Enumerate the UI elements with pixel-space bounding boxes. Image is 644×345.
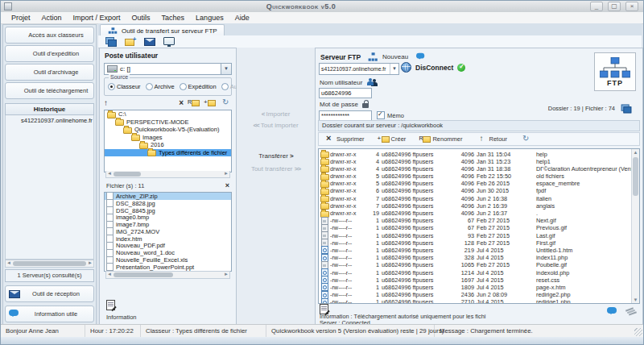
delete-icon[interactable]: × [179,98,184,107]
clear-selection-icon[interactable]: × [225,181,229,189]
listing-row[interactable]: drwxr-xr-x 6 u68624996 ftpusers 4096 Jun… [319,187,632,194]
refresh-icon[interactable] [521,135,532,143]
listing-row[interactable]: -rw----r-- 1 u68624996 ftpusers 67 Feb 2… [319,217,632,224]
tree-item[interactable]: C:\ [105,110,231,118]
scroll-right-icon[interactable]: ► [87,260,93,267]
reception-tool-button[interactable]: Outil de réception [5,285,94,302]
resize-grip[interactable] [634,328,642,336]
scroll-left-icon[interactable]: ◄ [6,260,12,267]
listing-row[interactable]: -rw----r-- 1 u68624996 ftpusers 1697 Jul… [319,276,632,283]
speech-bubble-icon[interactable] [415,52,427,61]
tree-item[interactable]: PERSPECTIVE-MODE [105,118,231,127]
filelist-horizontal-scrollbar[interactable]: ◄ ► [105,271,230,279]
username-field[interactable]: u68624996 [319,88,372,98]
listing-row[interactable]: drwxr-xr-x 7 u68624996 ftpusers 4096 Jun… [319,202,632,209]
listing-row[interactable]: drwxr-xr-x 4 u68624996 ftpusers 4096 Jan… [319,157,632,164]
sidebar-horizontal-scrollbar[interactable]: ◄ ► [5,260,94,268]
disconnect-button[interactable]: DisConnect [415,64,453,72]
scrollbar-thumb[interactable] [114,172,141,177]
server-toolbar-button[interactable]: Créer [378,135,407,143]
useful-info-button[interactable]: Information utile [5,306,94,322]
monitor-toolbar-button[interactable] [162,36,175,47]
listing-row[interactable]: drwxr-xr-x 5 u68624996 ftpusers 4096 Feb… [319,180,632,187]
listing-vertical-scrollbar[interactable]: ▲ ▼ [631,149,639,303]
transfer-all-button[interactable]: Tout transférer >> [237,165,315,172]
sidebar-tool-button[interactable]: Accès aux classeurs [5,27,94,44]
server-toolbar-button[interactable]: Supprimer [324,135,365,143]
close-button[interactable]: × [625,2,638,11]
history-item[interactable]: s412210937.onlinehome.fr [6,115,93,126]
scroll-left-icon[interactable]: ◄ [106,272,113,278]
listing-row[interactable]: -rw----r-- 1 u68624996 ftpusers 328 Jul … [319,254,632,261]
create-folder-icon[interactable] [204,98,216,107]
menu-item[interactable]: Projet [6,14,36,22]
menu-item[interactable]: Taches [156,14,191,22]
import-all-button[interactable]: << Tout importer [237,122,315,129]
source-radio-option[interactable]: Classeur [108,83,141,90]
folders-toolbar-button[interactable] [104,36,118,47]
server-selector[interactable]: s412210937.onlinehome.fr ▼ [319,63,399,75]
chevron-down-icon[interactable]: ▼ [221,64,231,74]
listing-row[interactable]: drwxr-xr-x 4 u68624996 ftpusers 4096 Jan… [319,164,632,172]
source-radio-option[interactable]: Expédition [180,83,217,90]
scroll-left-icon[interactable]: ◄ [106,171,113,177]
up-level-icon[interactable]: ↑ [104,98,108,107]
source-radio-option[interactable]: Archive [146,83,175,90]
file-item[interactable]: Archive_ZIP.zip [105,193,231,200]
file-item[interactable]: Présentation_PowerPoint.ppt [105,264,231,271]
file-item[interactable]: image0.bmp [105,214,231,221]
new-server-button[interactable]: Nouveau [367,52,408,62]
listing-row[interactable]: -rw----r-- 1 u68624996 ftpusers 2436 Jun… [319,291,632,298]
minimize-button[interactable]: _ [590,2,603,11]
listing-row[interactable]: -rw----r-- 1 u68624996 ftpusers 1809 Jul… [319,283,632,290]
listing-row[interactable]: drwxr-xr-x 4 u68624996 ftpusers 4096 Jan… [319,150,632,157]
server-toolbar-button[interactable]: Retour [476,135,507,143]
listing-row[interactable]: -rw----r-- 1 u68624996 ftpusers 2710 Jul… [319,298,632,304]
tree-item[interactable]: Types différents de fichier [105,149,231,157]
menu-item[interactable]: Action [36,14,68,22]
import-button[interactable]: < Importer [237,110,315,118]
sidebar-tool-button[interactable]: Outil d'archivage [5,64,94,81]
listing-row[interactable]: -rw----r-- 1 u68624996 ftpusers 1065 Feb… [319,261,632,268]
rename-folder-icon[interactable] [188,98,200,107]
tree-item[interactable]: 2016 [105,141,231,149]
listing-row[interactable]: -rw----r-- 1 u68624996 ftpusers 219 Jul … [319,246,632,253]
scroll-up-icon[interactable]: ▲ [632,149,639,156]
scroll-right-icon[interactable]: ► [223,171,229,177]
drive-selector[interactable]: c: [] ▼ [104,63,232,75]
refresh-icon[interactable] [221,98,232,107]
file-item[interactable]: Nouveau_PDF.pdf [105,243,231,250]
file-item[interactable]: IMG_2724.MOV [105,228,231,235]
folder-add-toolbar-button[interactable] [123,36,137,47]
listing-row[interactable]: -rw----r-- 1 u68624996 ftpusers 67 Feb 2… [319,224,632,231]
scrollbar-thumb[interactable] [633,157,638,196]
file-item[interactable]: image7.bmp [105,221,231,228]
menu-item[interactable]: Langues [190,14,229,22]
transfer-button[interactable]: Transférer > [237,152,315,160]
scroll-right-icon[interactable]: ► [223,272,229,278]
file-item[interactable]: Nouveau_word_1.doc [105,249,231,256]
speech-bubble-icon[interactable] [606,306,619,317]
listing-row[interactable]: -rw----r-- 1 u68624996 ftpusers 93 Feb 2… [319,231,632,239]
listing-row[interactable]: drwxr-xr-x 5 u68624996 ftpusers 4096 Feb… [319,172,632,180]
scrollbar-thumb[interactable] [13,261,86,266]
file-item[interactable]: Nouvelle_Feuille_Excel.xls [105,256,231,264]
file-item[interactable]: index.htm [105,235,231,243]
listing-row[interactable]: -rw----r-- 1 u68624996 ftpusers 128 Feb … [319,239,632,246]
sidebar-tool-button[interactable]: Outil d'expédition [5,45,94,62]
maximize-button[interactable]: ▢ [608,2,621,11]
tree-horizontal-scrollbar[interactable]: ◄ ► [105,171,230,178]
menu-item[interactable]: Import / Export [68,14,126,22]
scroll-down-icon[interactable]: ▼ [632,297,639,303]
listing-row[interactable]: drwxr-xr-x 19 u68624996 ftpusers 4096 Ju… [319,210,632,217]
menu-item[interactable]: Outils [126,14,156,22]
tree-item[interactable]: Images [105,134,231,142]
scrollbar-thumb[interactable] [114,272,173,277]
file-item[interactable]: DSC_8845.jpg [105,207,231,214]
listing-row[interactable]: -rw----r-- 1 u68624996 ftpusers 1214 Jul… [319,268,632,276]
chevron-down-icon[interactable]: ▼ [390,64,398,74]
memo-checkbox[interactable] [377,111,385,119]
server-toolbar-button[interactable]: Renommer [419,135,462,143]
listing-row[interactable]: drwxr-xr-x 7 u68624996 ftpusers 4096 Jun… [319,194,632,202]
memo-checkbox-row[interactable]: Mémo [377,111,404,119]
